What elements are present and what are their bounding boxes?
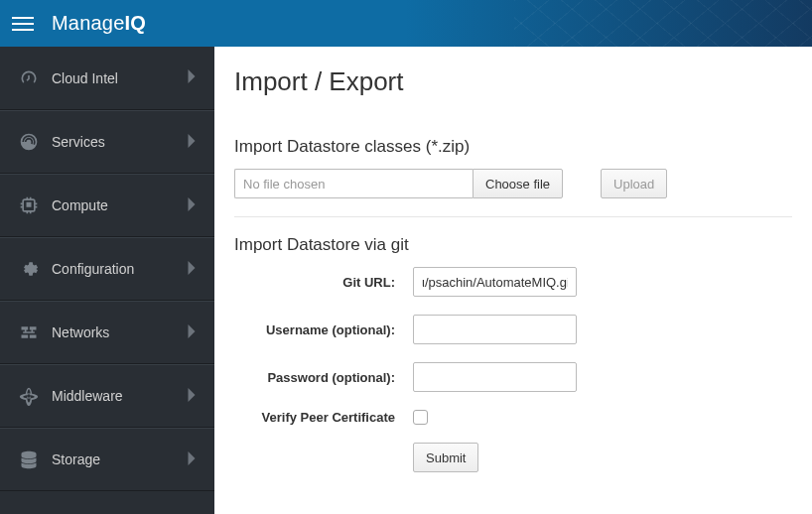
sidebar-item-label: Cloud Intel bbox=[52, 70, 187, 86]
sidebar: Cloud Intel Services Compute Configurati… bbox=[0, 47, 214, 514]
sidebar-item-label: Networks bbox=[52, 324, 187, 340]
file-picker: No file chosen Choose file bbox=[234, 169, 563, 198]
verify-label: Verify Peer Certificate bbox=[234, 410, 413, 425]
sidebar-item-cloud-intel[interactable]: Cloud Intel bbox=[0, 47, 214, 110]
chevron-right-icon bbox=[187, 388, 197, 405]
sidebar-item-label: Storage bbox=[52, 451, 187, 467]
app-header: ManageIQ bbox=[0, 0, 812, 47]
sidebar-item-networks[interactable]: Networks bbox=[0, 301, 214, 364]
sidebar-item-label: Compute bbox=[52, 197, 187, 213]
atom-icon bbox=[18, 385, 40, 407]
chevron-right-icon bbox=[187, 261, 197, 278]
chevron-right-icon bbox=[187, 451, 197, 468]
sidebar-item-label: Middleware bbox=[52, 388, 187, 404]
sidebar-item-storage[interactable]: Storage bbox=[0, 428, 214, 491]
username-label: Username (optional): bbox=[234, 322, 413, 337]
git-url-input[interactable] bbox=[413, 267, 577, 297]
brand-logo: ManageIQ bbox=[52, 12, 146, 35]
sidebar-item-label: Configuration bbox=[52, 261, 187, 277]
chevron-right-icon bbox=[187, 324, 197, 341]
orbit-icon bbox=[18, 131, 40, 153]
file-name-display: No file chosen bbox=[234, 169, 473, 198]
sidebar-item-label: Services bbox=[52, 134, 187, 150]
git-url-label: Git URL: bbox=[234, 275, 413, 290]
cpu-icon bbox=[18, 194, 40, 216]
upload-button[interactable]: Upload bbox=[601, 169, 667, 198]
sidebar-item-middleware[interactable]: Middleware bbox=[0, 364, 214, 428]
gear-icon bbox=[18, 258, 40, 280]
page-title: Import / Export bbox=[234, 66, 792, 97]
submit-button[interactable]: Submit bbox=[413, 443, 478, 472]
database-icon bbox=[18, 449, 40, 470]
chevron-right-icon bbox=[187, 69, 197, 86]
zip-section-title: Import Datastore classes (*.zip) bbox=[234, 137, 792, 157]
choose-file-button[interactable]: Choose file bbox=[473, 169, 563, 198]
chevron-right-icon bbox=[187, 197, 197, 214]
sidebar-item-services[interactable]: Services bbox=[0, 110, 214, 174]
network-icon bbox=[18, 321, 40, 343]
username-input[interactable] bbox=[413, 315, 577, 344]
sidebar-item-configuration[interactable]: Configuration bbox=[0, 237, 214, 301]
chevron-right-icon bbox=[187, 134, 197, 151]
menu-toggle-button[interactable] bbox=[12, 13, 34, 35]
password-label: Password (optional): bbox=[234, 370, 413, 385]
verify-peer-checkbox[interactable] bbox=[413, 410, 428, 425]
sidebar-item-compute[interactable]: Compute bbox=[0, 174, 214, 237]
dashboard-icon bbox=[18, 67, 40, 89]
main-content: Import / Export Import Datastore classes… bbox=[214, 47, 812, 514]
password-input[interactable] bbox=[413, 362, 577, 392]
git-section-title: Import Datastore via git bbox=[234, 235, 792, 255]
divider bbox=[234, 216, 792, 217]
